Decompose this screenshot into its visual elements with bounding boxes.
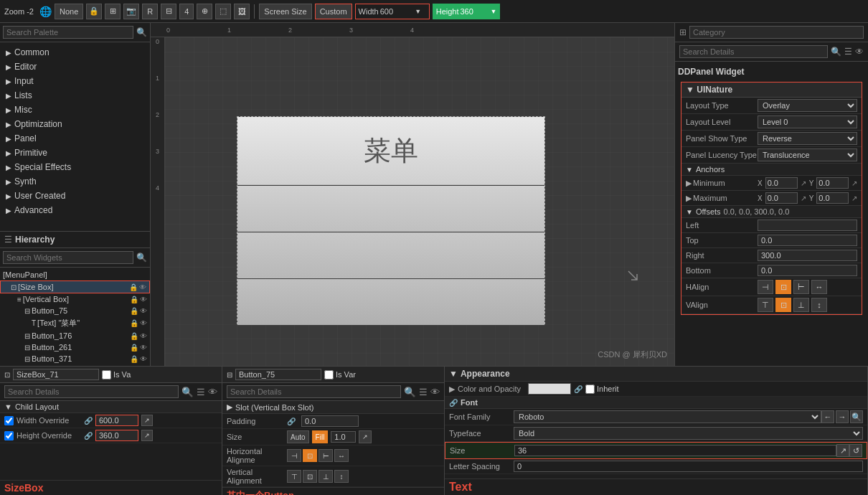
- tree-item-text-caidan[interactable]: T [Text] "菜单" 🔒 👁: [0, 316, 150, 330]
- halign-slot-left[interactable]: ⊣: [287, 449, 301, 462]
- maximum-y-input[interactable]: [816, 192, 849, 204]
- layout-level-select[interactable]: Level 0: [758, 116, 857, 128]
- sizebox-search-input[interactable]: [4, 385, 179, 398]
- tree-item-verticalbox[interactable]: ≡ [Vertical Box] 🔒 👁: [0, 293, 150, 305]
- valign-fill-button[interactable]: ↕: [811, 298, 827, 312]
- move-icon[interactable]: ⊕: [197, 4, 212, 19]
- halign-slot-center[interactable]: ⊡: [303, 449, 317, 462]
- sizebox-search-button[interactable]: 🔍: [181, 387, 194, 397]
- valign-bottom-button[interactable]: ⊥: [793, 298, 809, 312]
- valign-middle-button[interactable]: ⊡: [775, 298, 791, 312]
- halign-right-button[interactable]: ⊢: [793, 280, 809, 294]
- tree-item-button371[interactable]: ⊟ Button_371 🔒 👁: [0, 353, 150, 364]
- halign-left-button[interactable]: ⊣: [758, 280, 773, 294]
- custom-button[interactable]: Custom: [315, 4, 352, 19]
- palette-item-common[interactable]: ▶Common: [0, 45, 150, 60]
- palette-item-special-effects[interactable]: ▶Special Effects: [0, 160, 150, 174]
- valign-slot-bottom[interactable]: ⊥: [319, 470, 333, 483]
- num4-button[interactable]: 4: [179, 4, 194, 19]
- aspect-icon[interactable]: ⬚: [215, 4, 231, 19]
- panel-lucency-select[interactable]: Translucence: [758, 148, 857, 161]
- valign-slot-middle[interactable]: ⊡: [303, 470, 317, 483]
- canvas-widget[interactable]: 菜单: [237, 116, 545, 324]
- palette-item-panel[interactable]: ▶Panel: [0, 131, 150, 146]
- valign-slot-fill[interactable]: ↕: [334, 470, 349, 483]
- right-input[interactable]: [758, 250, 857, 261]
- letter-spacing-input[interactable]: [514, 461, 863, 472]
- hierarchy-search-button[interactable]: 🔍: [136, 253, 147, 263]
- palette-item-input[interactable]: ▶Input: [0, 74, 150, 88]
- width-expand-icon[interactable]: ▼: [410, 4, 426, 19]
- size-expand-icon[interactable]: ↗: [836, 444, 849, 457]
- color-swatch[interactable]: [528, 383, 571, 395]
- palette-search-button[interactable]: 🔍: [136, 27, 147, 37]
- top-input[interactable]: [758, 235, 857, 246]
- button-list-button[interactable]: ☰: [419, 387, 428, 397]
- minimum-y-expand[interactable]: ↗: [852, 179, 857, 187]
- size-reset-icon[interactable]: ↺: [849, 444, 862, 457]
- font-prev-button[interactable]: ←: [821, 410, 834, 423]
- maximum-x-input[interactable]: [765, 192, 798, 204]
- screen-size-button[interactable]: Screen Size: [259, 4, 311, 19]
- layout-type-select[interactable]: Overlay: [758, 99, 857, 112]
- button-name-input[interactable]: [235, 369, 321, 380]
- palette-item-synth[interactable]: ▶Synth: [0, 174, 150, 189]
- grid2-icon[interactable]: ⊟: [161, 4, 176, 19]
- minimum-x-input[interactable]: [765, 177, 798, 189]
- width-override-input[interactable]: [95, 415, 138, 426]
- palette-item-misc[interactable]: ▶Misc: [0, 103, 150, 117]
- width-input[interactable]: [380, 7, 409, 16]
- size-fill-button[interactable]: Fill: [312, 430, 329, 443]
- maximum-y-expand[interactable]: ↗: [852, 194, 857, 202]
- width-override-checkbox[interactable]: [4, 416, 14, 425]
- lock-icon[interactable]: 🔒: [86, 4, 102, 19]
- canvas-menu-button[interactable]: 菜单: [237, 117, 544, 185]
- tree-item-button176[interactable]: ⊟ Button_176 🔒 👁: [0, 330, 150, 341]
- image-icon[interactable]: 🖼: [234, 4, 250, 19]
- canvas-button-3[interactable]: [237, 232, 544, 278]
- anchors-header[interactable]: ▼ Anchors: [681, 164, 862, 176]
- padding-input[interactable]: [301, 415, 359, 427]
- palette-item-advanced[interactable]: ▶Advanced: [0, 203, 150, 217]
- height-input[interactable]: [460, 7, 489, 16]
- panel-show-type-select[interactable]: Reverse: [758, 132, 857, 145]
- halign-center-button[interactable]: ⊡: [775, 280, 791, 294]
- palette-item-primitive[interactable]: ▶Primitive: [0, 146, 150, 160]
- palette-item-user-created[interactable]: ▶User Created: [0, 189, 150, 203]
- width-expand-button[interactable]: ↗: [141, 415, 153, 426]
- size-font-input[interactable]: [514, 445, 836, 456]
- inherit-checkbox[interactable]: [585, 385, 595, 394]
- offsets-header[interactable]: ▼ Offsets 0.0, 0.0, 300.0, 0.0: [681, 206, 862, 218]
- height-override-input[interactable]: [95, 430, 138, 441]
- font-next-button[interactable]: →: [836, 410, 849, 423]
- font-family-select[interactable]: Roboto: [514, 410, 821, 423]
- resize-handle-icon[interactable]: [627, 270, 638, 283]
- size-value-input[interactable]: [331, 431, 356, 443]
- grid-icon[interactable]: ⊞: [105, 4, 121, 19]
- camera-icon[interactable]: 📷: [123, 4, 139, 19]
- sizebox-name-input[interactable]: [13, 369, 99, 380]
- halign-slot-fill[interactable]: ↔: [334, 449, 349, 462]
- button-eye-button[interactable]: 👁: [430, 387, 440, 397]
- height-expand-button[interactable]: ↗: [141, 430, 153, 441]
- r-button[interactable]: R: [142, 4, 158, 19]
- right-search-button[interactable]: 🔍: [831, 47, 841, 57]
- typeface-select[interactable]: Bold: [514, 427, 863, 440]
- font-search-button[interactable]: 🔍: [850, 410, 863, 423]
- halign-slot-right[interactable]: ⊢: [319, 449, 333, 462]
- left-input[interactable]: [758, 220, 857, 231]
- sizebox-list-button[interactable]: ☰: [197, 387, 205, 397]
- hierarchy-search-input[interactable]: [3, 251, 133, 264]
- category-input[interactable]: [689, 26, 864, 39]
- tree-item-button75[interactable]: ⊟ Button_75 🔒 👁: [0, 305, 150, 316]
- maximum-x-expand[interactable]: ↗: [801, 194, 806, 202]
- eye-toggle-button[interactable]: 👁: [855, 47, 864, 57]
- halign-fill-button[interactable]: ↔: [811, 280, 827, 294]
- palette-search-input[interactable]: [3, 26, 133, 39]
- size-expand-button[interactable]: ↗: [359, 430, 372, 443]
- sizebox-eye-button[interactable]: 👁: [208, 387, 217, 397]
- button-isvariable-checkbox[interactable]: [324, 370, 334, 380]
- valign-top-button[interactable]: ⊤: [758, 298, 773, 312]
- canvas-button-4[interactable]: [237, 279, 544, 325]
- minimum-x-expand[interactable]: ↗: [801, 179, 806, 187]
